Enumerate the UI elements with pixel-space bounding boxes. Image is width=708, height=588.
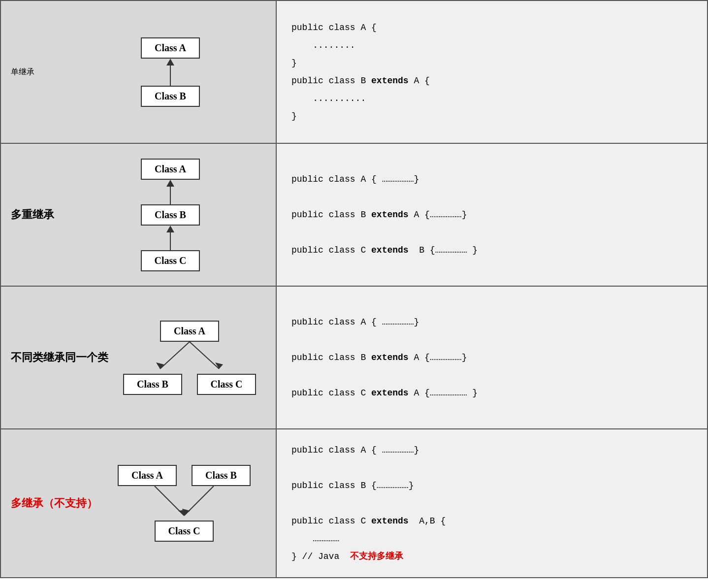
row2-code: public class A { ………………} public class B … [291,170,692,259]
code-line: public class B extends A {………………} [291,206,692,224]
class-a-box-3: Class A [160,321,219,342]
row4-top-boxes: Class A Class B [118,465,251,486]
code-line [291,224,692,241]
code-line: ........ [291,36,692,54]
code-line [291,331,692,349]
row2-diagram: Class A Class B Class C [75,159,266,271]
row3-label: 不同类继承同一个类 [11,350,108,365]
row2-left-cell: 多重继承 Class A Class B Class C [0,143,276,286]
row2-label: 多重继承 [11,207,65,222]
class-b-box-2: Class B [141,204,200,226]
row1-diagram: Class A Class B [75,37,266,107]
code-line: public class A { ………………} [291,313,692,331]
code-line: public class A { [291,19,692,36]
code-line [291,188,692,206]
class-b-box: Class B [141,86,200,107]
arrow-up-1 [166,59,174,86]
row-multilevel-inheritance: 多重继承 Class A Class B Class C [0,143,708,286]
code-line: } [291,107,692,125]
class-a-box-2: Class A [141,159,200,180]
row3-left-cell: 不同类继承同一个类 Class A Class B [0,286,276,429]
row4-code: public class A { ………………} public class B … [291,441,692,565]
row3-code: public class A { ………………} public class B … [291,313,692,402]
code-line: } // Java 不支持多继承 [291,548,692,565]
arrowhead-1 [166,59,174,65]
arrowhead-2b [166,226,174,232]
row4-bottom-box: Class C [155,521,214,542]
code-line: public class B extends A {………………} [291,349,692,366]
code-line [291,366,692,384]
class-c-box-3: Class C [197,374,256,395]
code-line: .......... [291,90,692,107]
svg-marker-3 [215,362,223,369]
row1-code: public class A { ........ } public class… [291,19,692,125]
code-line: public class C extends A {………………… } [291,384,692,402]
class-c-box-4: Class C [155,521,214,542]
code-line: …………… [291,530,692,548]
code-line: } [291,54,692,72]
main-table: 单继承 Class A Class B public class A { ...… [0,0,708,578]
class-a-box-4: Class A [118,465,177,486]
row4-right-cell: public class A { ………………} public class B … [276,429,708,578]
code-line: public class C extends A,B { [291,512,692,530]
merge-arrows-svg [125,486,243,523]
row1-label: 单继承 [11,67,65,77]
row3-diagram: Class A Class B Class C [113,321,266,395]
row3-right-cell: public class A { ………………} public class B … [276,286,708,429]
class-c-box-2: Class C [141,250,200,271]
row1-right-cell: public class A { ........ } public class… [276,0,708,143]
arrow-line-2a [170,187,171,204]
class-b-box-3: Class B [123,374,182,395]
code-line: public class A { ………………} [291,170,692,188]
class-a-box: Class A [141,37,200,59]
arrowhead-2a [166,180,174,187]
code-line [291,494,692,512]
row4-left-cell: 多继承（不支持） Class A Class B [0,429,276,578]
row-fanout-inheritance: 不同类继承同一个类 Class A Class B [0,286,708,429]
row-multi-inherit: 多继承（不支持） Class A Class B [0,429,708,578]
branch-arrows-svg [135,342,244,376]
code-line: public class B {………………} [291,477,692,494]
branch-bottom: Class B Class C [123,374,256,395]
row4-label: 多继承（不支持） [11,496,97,511]
row1-left-cell: 单继承 Class A Class B [0,0,276,143]
arrow-line-2b [170,232,171,250]
arrow-segment-1 [166,180,174,204]
code-line: public class A { ………………} [291,441,692,459]
arrow-line-1 [170,65,171,86]
class-b-box-4: Class B [192,465,251,486]
code-line [291,459,692,477]
code-line: public class B extends A { [291,72,692,90]
row4-diagram: Class A Class B Class C [102,465,266,542]
svg-marker-1 [156,362,164,369]
svg-line-0 [160,342,190,369]
code-line: public class C extends B {……………… } [291,241,692,259]
row-single-inheritance: 单继承 Class A Class B public class A { ...… [0,0,708,143]
arrow-segment-2 [166,226,174,250]
svg-line-2 [190,342,219,369]
row2-right-cell: public class A { ………………} public class B … [276,143,708,286]
